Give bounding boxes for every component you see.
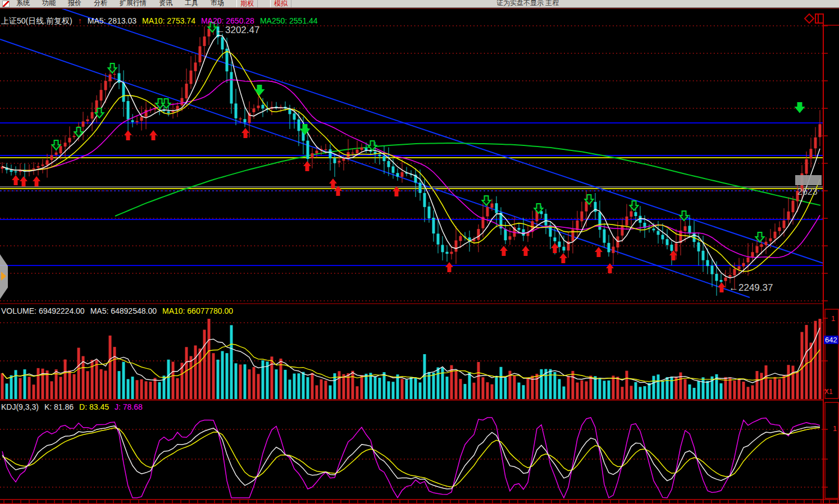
- buy-arrow-icon: [718, 282, 726, 292]
- buy-arrow-icon: [522, 246, 530, 256]
- ma250-value: MA250: 2551.44: [260, 16, 318, 26]
- price-line-label: 2623: [797, 187, 818, 197]
- diamond-tool-icon: [805, 14, 814, 23]
- buy-arrow-icon: [33, 176, 40, 186]
- buy-arrow-icon: [303, 161, 311, 171]
- trend-lines: [0, 0, 823, 297]
- kline-chart-canvas[interactable]: [0, 0, 839, 504]
- volume-panel-header: VOLUME: 69492224.00 MA5: 64892548.00 MA1…: [1, 306, 233, 315]
- symbol-title: 上证50(日线.前复权): [1, 16, 72, 26]
- volume-ma10-value: MA10: 66077780.00: [162, 306, 233, 315]
- kdj-panel-header: KDJ(9,3,3) K: 81.86 D: 83.45 J: 78.68: [1, 402, 143, 411]
- buy-arrow-icon: [559, 253, 567, 263]
- menu-item-system[interactable]: 系统: [16, 0, 30, 8]
- volume-axis-unit: X1: [824, 388, 833, 396]
- candlestick-series: [1, 19, 822, 296]
- ma10-value: MA10: 2753.74: [142, 16, 195, 26]
- buy-arrow-icon: [595, 247, 603, 257]
- menu-separator: [0, 8, 839, 9]
- buy-arrow-icon: [12, 175, 20, 185]
- sell-arrow-icon: [75, 127, 83, 137]
- trading-app-window: 系统 功能 报价 分析 扩展行情 资讯 工具 市场 期权 模拟 证为实盘不显示 …: [0, 0, 839, 504]
- ma20-value: MA20: 2650.28: [201, 16, 254, 26]
- buy-arrow-icon: [334, 186, 342, 196]
- menu-bar: 系统 功能 报价 分析 扩展行情 资讯 工具 市场 期权 模拟 证为实盘不显示 …: [0, 0, 839, 8]
- expand-arrow-icon: [1, 272, 6, 281]
- price-line-drag-handle[interactable]: [795, 175, 822, 185]
- sell-arrow-icon: [52, 140, 61, 150]
- buy-arrow-icon: [551, 243, 559, 253]
- buy-arrow-icon: [606, 263, 614, 273]
- ma5-value: MA5: 2813.03: [88, 16, 136, 26]
- sell-arrow-icon: [796, 103, 804, 112]
- menu-item-simulate[interactable]: 模拟: [270, 0, 291, 8]
- menu-item-tools[interactable]: 工具: [185, 0, 198, 8]
- low-price-annotation: ←2249.37: [729, 282, 773, 294]
- kdj-label: KDJ(9,3,3): [1, 402, 39, 411]
- ma250-line: [115, 143, 820, 216]
- buy-arrow-icon: [500, 246, 508, 256]
- menu-item-function[interactable]: 功能: [42, 0, 56, 8]
- menu-right-note: 证为实盘不显示 主程: [496, 0, 559, 8]
- volume-axis-top-tick: 1: [831, 314, 835, 323]
- kdj-j-value: J: 78.68: [115, 402, 143, 411]
- volume-bars: [1, 319, 822, 399]
- menu-item-options[interactable]: 期权: [236, 0, 258, 8]
- sell-arrow-icon: [256, 85, 264, 95]
- menu-item-market[interactable]: 市场: [211, 0, 224, 8]
- app-logo-icon[interactable]: [2, 1, 10, 7]
- kdj-k-value: K: 81.86: [44, 402, 74, 411]
- buy-arrow-icon: [124, 130, 132, 140]
- buy-arrow-icon: [149, 130, 157, 140]
- buy-arrow-icon: [445, 262, 453, 272]
- sell-arrow-icon: [162, 99, 171, 108]
- buy-arrow-icon: [20, 176, 28, 186]
- main-chart-header: 上证50(日线.前复权) ↑ MA5: 2813.03 MA10: 2753.7…: [1, 16, 318, 26]
- window-layout-icon: [815, 14, 823, 23]
- volume-axis-current-badge: 642: [824, 336, 838, 344]
- menu-item-news[interactable]: 资讯: [159, 0, 172, 8]
- chart-corner-icons[interactable]: [805, 14, 823, 23]
- buy-arrow-icon: [393, 186, 400, 196]
- sell-arrow-icon: [108, 63, 117, 73]
- buy-arrow-icon: [241, 128, 249, 138]
- ma20-line: [2, 80, 820, 258]
- menu-item-quotes[interactable]: 报价: [68, 0, 81, 8]
- kdj-d-line: [2, 428, 820, 487]
- menu-item-analysis[interactable]: 分析: [94, 0, 107, 8]
- volume-value: VOLUME: 69492224.00: [1, 306, 85, 315]
- up-arrow-icon: ↑: [78, 16, 82, 26]
- ma5-line: [2, 35, 820, 278]
- kdj-axis-top-tick: 1: [833, 424, 837, 433]
- volume-ma5-value: MA5: 64892548.00: [90, 306, 157, 315]
- menu-item-extended[interactable]: 扩展行情: [120, 0, 147, 8]
- kdj-d-value: D: 83.45: [79, 402, 109, 411]
- sell-arrow-icon: [482, 196, 491, 205]
- peak-price-annotation: ←3202.47: [216, 25, 259, 36]
